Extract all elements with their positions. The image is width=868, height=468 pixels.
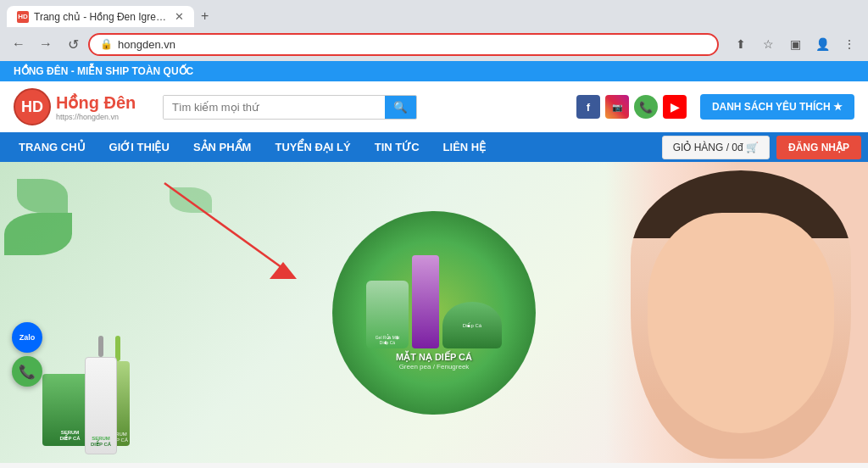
svg-marker-1 — [270, 262, 297, 279]
announcement-text: HỒNG ĐÊN - MIỄN SHIP TOÀN QUỐC — [14, 65, 193, 77]
hero-model-face — [631, 170, 851, 459]
nav-item-contact[interactable]: LIÊN HỆ — [431, 132, 498, 162]
leaf-decoration-3 — [170, 187, 212, 213]
tab-bar: HD Trang chủ - Hồng Đen Igreen Bi... ✕ + — [0, 0, 868, 27]
logo-sub: https://hongden.vn — [56, 113, 136, 121]
site-logo[interactable]: HD Hồng Đên https://hongden.vn — [14, 88, 149, 125]
leaf-decoration-1 — [17, 179, 68, 213]
website-content: HỒNG ĐÊN - MIỄN SHIP TOÀN QUỐC HD Hồng Đ… — [0, 61, 868, 468]
nav-item-home[interactable]: TRANG CHỦ — [7, 132, 97, 162]
tab-favicon: HD — [17, 11, 29, 23]
navigation-bar: TRANG CHỦ GIỚI THIỆU SẢN PHẨM TUYỂN ĐẠI … — [0, 132, 868, 162]
logo-name: Hồng Đên — [56, 92, 136, 113]
serum-bottle-front: SERUM DIẾP CÁ — [85, 336, 117, 454]
hero-product-title: MẶT NẠ DIẾP CÁ — [366, 352, 502, 363]
zalo-float-button[interactable]: Zalo — [12, 322, 42, 353]
tab-close-button[interactable]: ✕ — [175, 10, 184, 23]
wishlist-button[interactable]: DANH SÁCH YÊU THÍCH ★ — [700, 94, 854, 120]
announcement-bar: HỒNG ĐÊN - MIỄN SHIP TOÀN QUỐC — [0, 61, 868, 81]
cart-button[interactable]: GIỎ HÀNG / 0đ 🛒 — [662, 136, 770, 159]
youtube-icon[interactable]: ▶ — [663, 95, 687, 119]
tab-title: Trang chủ - Hồng Đen Igreen Bi... — [34, 11, 170, 23]
hero-model-bg — [605, 162, 868, 463]
nav-right-actions: GIỎ HÀNG / 0đ 🛒 ĐĂNG NHẬP — [662, 136, 861, 159]
extensions-button[interactable]: ▣ — [783, 32, 807, 56]
instagram-icon[interactable]: 📷 — [605, 95, 629, 119]
nav-item-news[interactable]: TIN TỨC — [363, 132, 431, 162]
hero-center-content: Gel Rửa MặtDiếp Cá Diếp Cá MẶT NẠ DIẾP C… — [366, 255, 502, 370]
login-button[interactable]: ĐĂNG NHẬP — [776, 136, 861, 159]
bookmark-button[interactable]: ☆ — [756, 32, 780, 56]
browser-controls: ← → ↺ 🔒 hongden.vn ⬆ ☆ ▣ 👤 ⋮ — [0, 27, 868, 61]
url-text: hongden.vn — [118, 38, 175, 51]
zalo-label: Zalo — [19, 333, 36, 342]
new-tab-button[interactable]: + — [194, 5, 215, 27]
browser-action-buttons: ⬆ ☆ ▣ 👤 ⋮ — [729, 32, 861, 56]
phone-float-button[interactable]: 📞 — [12, 356, 42, 387]
active-tab[interactable]: HD Trang chủ - Hồng Đen Igreen Bi... ✕ — [7, 6, 194, 27]
back-button[interactable]: ← — [7, 32, 31, 56]
lock-icon: 🔒 — [100, 38, 113, 50]
search-icon: 🔍 — [393, 101, 408, 114]
profile-button[interactable]: 👤 — [810, 32, 834, 56]
leaf-decoration-2 — [4, 213, 72, 255]
nav-item-agency[interactable]: TUYỂN ĐẠI LÝ — [263, 132, 362, 162]
logo-text-group: Hồng Đên https://hongden.vn — [56, 92, 136, 121]
site-header: HD Hồng Đên https://hongden.vn 🔍 f 📷 📞 ▶… — [0, 81, 868, 132]
phone-icon[interactable]: 📞 — [634, 95, 658, 119]
hero-product-sub: Green pea / Fenugreek — [366, 363, 502, 370]
nav-item-about[interactable]: GIỚI THIỆU — [97, 132, 181, 162]
url-bar[interactable]: 🔒 hongden.vn — [88, 33, 719, 56]
forward-button[interactable]: → — [34, 32, 58, 56]
hero-center-circle: Gel Rửa MặtDiếp Cá Diếp Cá MẶT NẠ DIẾP C… — [332, 211, 536, 415]
more-button[interactable]: ⋮ — [837, 32, 861, 56]
social-icons-group: f 📷 📞 ▶ — [576, 95, 687, 119]
phone-float-icon: 📞 — [19, 364, 36, 380]
search-button[interactable]: 🔍 — [385, 96, 416, 119]
hero-banner: SERUMDIẾP CÁ SERUMDIẾP CÁ Gel Rửa MặtDiế… — [0, 162, 868, 463]
nav-item-products[interactable]: SẢN PHẨM — [181, 132, 264, 162]
share-button[interactable]: ⬆ — [729, 32, 753, 56]
search-input[interactable] — [164, 96, 385, 119]
reload-button[interactable]: ↺ — [61, 32, 85, 56]
logo-icon: HD — [14, 88, 51, 125]
bottom-features-section: 100% 🚚 ↩ — [0, 463, 868, 468]
browser-chrome: HD Trang chủ - Hồng Đen Igreen Bi... ✕ +… — [0, 0, 868, 61]
search-bar: 🔍 — [163, 95, 417, 120]
facebook-icon[interactable]: f — [576, 95, 600, 119]
